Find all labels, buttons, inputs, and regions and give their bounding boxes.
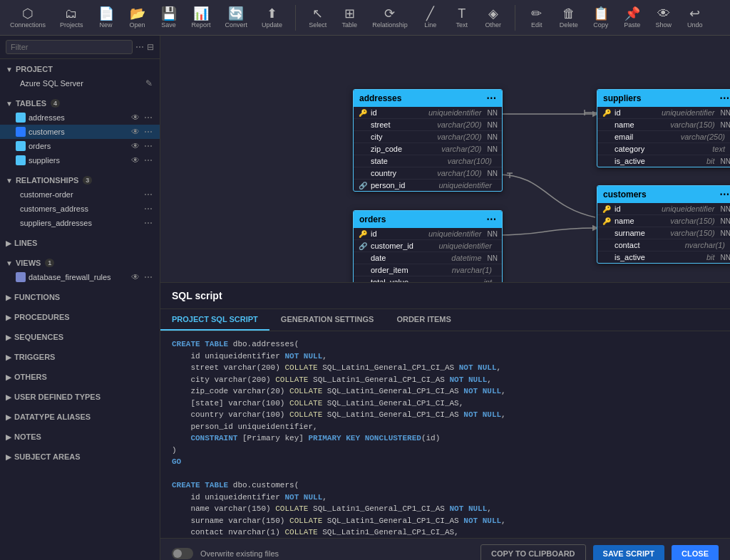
sidebar-section-subject-areas-header[interactable]: ▶ SUBJECT AREAS [0,450,160,464]
eye-icon-customers[interactable]: 👁 [130,127,141,137]
addresses-menu-icon[interactable]: ⋯ [486,93,496,104]
eye-icon-addresses[interactable]: 👁 [130,113,141,123]
sidebar-item-azure[interactable]: Azure SQL Server ✎ [0,76,160,90]
pk-icon: 🔑 [358,230,368,238]
firewall-actions: 👁 ⋯ [130,272,154,282]
sidebar-item-suppliers-addresses[interactable]: suppliers_addresses ⋯ [0,216,160,230]
sidebar-item-suppliers[interactable]: suppliers 👁 ⋯ [0,153,160,167]
toolbar-edit[interactable]: ✏ Edit [524,6,550,30]
filter-menu-icon[interactable]: ⋯ [135,42,144,52]
connections-icon: ⬡ [22,7,34,20]
toolbar-relationship[interactable]: ⟳ Relationship [368,6,412,30]
convert-icon: 🔄 [228,7,244,20]
suppliers-menu-icon[interactable]: ⋯ [719,93,729,104]
toolbar-undo[interactable]: ↩ Undo [682,6,708,30]
update-label: Update [262,21,282,28]
table-row: 🔑 id uniqueidentifier NN [597,203,730,215]
customers-menu-icon[interactable]: ⋯ [719,189,729,200]
table-customers[interactable]: customers ⋯ 🔑 id uniqueidentifier NN 🔑 n… [597,185,730,264]
sidebar-section-functions-header[interactable]: ▶ FUNCTIONS [0,290,160,304]
tab-order-items[interactable]: ORDER ITEMS [385,309,462,331]
delete-icon: 🗑 [562,7,575,20]
close-button[interactable]: CLOSE [672,545,719,560]
more-icon-rel2[interactable]: ⋯ [143,204,154,214]
toolbar-paste[interactable]: 📌 Paste [620,6,645,30]
canvas-area[interactable]: addresses ⋯ 🔑 id uniqueidentifier NN str… [160,36,730,560]
toolbar-select[interactable]: ↖ Select [304,6,331,30]
toolbar-copy[interactable]: 📋 Copy [588,6,614,30]
section-label-notes: NOTES [14,432,41,441]
more-icon-addresses[interactable]: ⋯ [143,113,154,123]
save-script-button[interactable]: SAVE SCRIPT [593,545,665,560]
sidebar-section-project-header[interactable]: ▼ PROJECT [0,62,160,76]
section-label-rels: RELATIONSHIPS [16,176,78,185]
toolbar-save[interactable]: 💾 Save [156,6,182,30]
table-suppliers[interactable]: suppliers ⋯ 🔑 id uniqueidentifier NN nam… [597,89,730,167]
eye-icon-firewall[interactable]: 👁 [130,272,141,282]
toolbar-projects[interactable]: 🗂 Projects [56,6,88,30]
more-icon-firewall[interactable]: ⋯ [143,272,154,282]
toolbar-update[interactable]: ⬆ Update [257,6,287,30]
sql-content-area[interactable]: CREATE TABLE dbo.addresses( id uniqueide… [160,331,730,538]
canvas: addresses ⋯ 🔑 id uniqueidentifier NN str… [160,36,730,560]
orders-actions: 👁 ⋯ [130,141,154,151]
chevron-right-icon-others: ▶ [6,373,11,381]
divider-2 [515,5,515,31]
toolbar-other[interactable]: ◈ Other [480,6,506,30]
sidebar-item-customer-order[interactable]: customer-order ⋯ [0,187,160,202]
rel-customers-address-label: customers_address [20,204,88,213]
toolbar-line[interactable]: ╱ Line [418,6,443,30]
sidebar-section-others-header[interactable]: ▶ OTHERS [0,370,160,384]
edit-azure-icon[interactable]: ✎ [144,78,154,88]
toolbar-open[interactable]: 📂 Open [125,6,150,30]
more-icon-rel3[interactable]: ⋯ [143,218,154,228]
more-icon-rel1[interactable]: ⋯ [143,190,154,199]
eye-icon-suppliers[interactable]: 👁 [130,155,141,165]
sidebar-item-addresses[interactable]: addresses 👁 ⋯ [0,110,160,125]
sidebar-section-notes-header[interactable]: ▶ NOTES [0,430,160,444]
sidebar-section-datatype-header[interactable]: ▶ DATATYPE ALIASES [0,410,160,424]
sql-line: ) [172,445,719,457]
tab-generation-settings[interactable]: GENERATION SETTINGS [269,309,386,331]
table-row: 🔗 person_id uniqueidentifier [354,180,502,191]
sidebar-section-udt-header[interactable]: ▶ USER DEFINED TYPES [0,390,160,404]
tab-project-sql[interactable]: PROJECT SQL SCRIPT [160,309,269,331]
sidebar-section-rels-header[interactable]: ▼ RELATIONSHIPS 3 [0,173,160,187]
toolbar-table[interactable]: ⊞ Table [336,6,362,30]
sidebar-section-sequences-header[interactable]: ▶ SEQUENCES [0,330,160,344]
sidebar-section-lines-header[interactable]: ▶ LINES [0,236,160,250]
overwrite-toggle[interactable] [172,548,193,559]
sql-line: contact nvarchar(1) COLLATE SQL_Latin1_G… [172,527,719,538]
toolbar-show[interactable]: 👁 Show [651,6,677,30]
toolbar-delete[interactable]: 🗑 Delete [555,6,582,30]
sidebar-section-views-header[interactable]: ▼ VIEWS 1 [0,256,160,270]
toolbar-connections[interactable]: ⬡ Connections [6,6,50,30]
more-icon-orders[interactable]: ⋯ [143,141,154,151]
more-icon-suppliers[interactable]: ⋯ [143,155,154,165]
chevron-right-icon-udt: ▶ [6,393,11,401]
sidebar-section-procedures-header[interactable]: ▶ PROCEDURES [0,310,160,324]
report-icon: 📊 [193,7,209,20]
sidebar-layout-icon[interactable]: ⊟ [147,42,154,52]
orders-menu-icon[interactable]: ⋯ [486,214,496,225]
eye-icon-orders[interactable]: 👁 [130,141,141,151]
sidebar-item-customers[interactable]: customers 👁 ⋯ [0,125,160,139]
sidebar-item-db-firewall[interactable]: database_firewall_rules 👁 ⋯ [0,270,160,284]
copy-to-clipboard-button[interactable]: COPY TO CLIPBOARD [480,544,586,560]
rel-actions-3: ⋯ [143,218,154,228]
edit-label: Edit [531,21,543,28]
table-addresses[interactable]: addresses ⋯ 🔑 id uniqueidentifier NN str… [353,89,503,192]
toolbar-text[interactable]: T Text [449,6,475,30]
select-label: Select [309,21,327,28]
sidebar-section-tables-header[interactable]: ▼ TABLES 4 [0,96,160,110]
sidebar-item-customers-address[interactable]: customers_address ⋯ [0,202,160,216]
section-label-sequences: SEQUENCES [14,333,63,341]
more-icon-customers[interactable]: ⋯ [143,127,154,137]
filter-input[interactable] [6,40,133,54]
sidebar-section-triggers-header[interactable]: ▶ TRIGGERS [0,350,160,364]
toolbar-convert[interactable]: 🔄 Convert [221,6,252,30]
table-orders[interactable]: orders ⋯ 🔑 id uniqueidentifier NN 🔗 cust… [353,210,503,289]
toolbar-new[interactable]: 📄 New [93,6,119,30]
sidebar-item-orders[interactable]: orders 👁 ⋯ [0,139,160,153]
toolbar-report[interactable]: 📊 Report [187,6,215,30]
